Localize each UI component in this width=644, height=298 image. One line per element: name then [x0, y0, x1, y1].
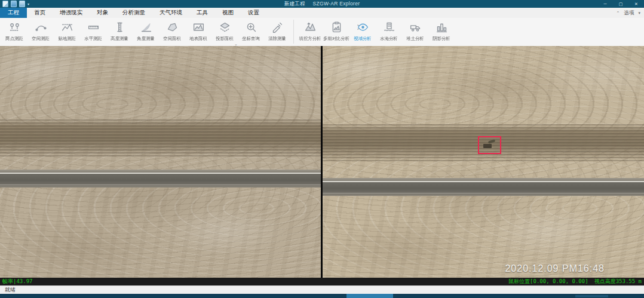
height-measure-icon	[114, 20, 126, 33]
horizontal-distance-icon	[87, 20, 100, 33]
toolbar-item-label: 坐标查询	[242, 35, 259, 41]
terrain-distance-icon	[61, 20, 73, 33]
toolbar-item-label: 水淹分析	[380, 35, 397, 41]
shadow-analysis-icon	[436, 20, 448, 33]
compare-panel-earlier[interactable]	[0, 46, 321, 278]
window-controls: ─ ▢ ✕	[597, 0, 644, 8]
toolbar-item-angle-measure[interactable]: 角度测量	[133, 18, 159, 42]
two-point-distance-icon	[8, 20, 21, 33]
toolbar-item-cut-fill-analysis[interactable]: 填挖方分析	[297, 18, 323, 42]
clear-measure-icon	[271, 20, 284, 33]
toolbar-item-earthwork-analysis[interactable]: 堆土分析	[402, 18, 428, 42]
change-detection-annotation-box	[478, 136, 501, 154]
maximize-button[interactable]: ▢	[613, 0, 628, 8]
aerial-image-earlier	[0, 46, 321, 278]
fps-readout: 帧率|43.97	[2, 278, 33, 285]
menu-item-analysis-measure[interactable]: 分析测量	[115, 8, 152, 18]
flood-analysis-icon	[383, 20, 395, 33]
spatial-distance-icon	[35, 20, 47, 33]
toolbar-item-label: 投影面积	[216, 35, 233, 41]
toolbar-item-label: 高度测量	[111, 35, 128, 41]
menu-item-objects[interactable]: 对象	[90, 8, 115, 18]
os-taskbar-edge[interactable]	[0, 294, 644, 298]
road	[0, 170, 321, 188]
toolbar-item-label: 填挖方分析	[299, 35, 321, 41]
project-title: 新建工程	[284, 1, 305, 7]
earthwork-analysis-icon	[409, 20, 422, 33]
toolbar-item-label: 空间测距	[32, 35, 49, 41]
options-dropdown-icon[interactable]: ▾	[638, 11, 640, 16]
view-height-readout: 视点高度353.55 m	[594, 278, 642, 285]
close-button[interactable]: ✕	[628, 0, 644, 8]
toolbar-item-label: 堆土分析	[406, 35, 424, 41]
toolbar-item-label: 角度测量	[137, 35, 154, 41]
toolbar-item-height-measure[interactable]: 高度测量	[106, 18, 133, 42]
angle-measure-icon	[140, 20, 152, 33]
ribbon-toolbar: 两点测距 空间测距 贴地测距 水平测距 高度测量 角度测量	[0, 18, 644, 47]
minimize-button[interactable]: ─	[597, 0, 613, 8]
menu-item-weather-env[interactable]: 天气环境	[152, 8, 189, 18]
toolbar-item-label: 多期对比分析	[323, 35, 349, 41]
toolbar-item-terrain-distance[interactable]: 贴地测距	[54, 18, 80, 42]
toolbar-item-label: 视域分析	[354, 35, 371, 41]
mouse-position-readout: 鼠标位置[0.00, 0.00, 0.00]	[508, 278, 588, 285]
multi-period-compare-icon	[330, 20, 343, 33]
toolbar-item-projected-area[interactable]: 投影面积	[211, 18, 238, 42]
menu-item-tools[interactable]: 工具	[189, 8, 215, 18]
menu-item-project[interactable]: 工程	[0, 8, 27, 18]
toolbar-item-horizontal-distance[interactable]: 水平测距	[80, 18, 106, 42]
toolbar-item-surface-area[interactable]: 地表面积	[185, 18, 211, 42]
ready-status-text: 就绪	[5, 286, 16, 294]
toolbar-item-label: 两点测距	[5, 35, 23, 41]
menu-item-home[interactable]: 首页	[27, 8, 53, 18]
collapse-ribbon-icon[interactable]: ⌃	[617, 11, 620, 16]
toolbar-item-label: 地表面积	[189, 35, 207, 41]
taskbar-tray[interactable]	[575, 295, 608, 297]
spatial-area-icon	[166, 20, 179, 33]
menu-bar: 工程 首页 增强现实 对象 分析测量 天气环境 工具 视图 设置 ⌃ 选项 ▾	[0, 8, 644, 19]
toolbar-item-label: 贴地测距	[58, 35, 75, 41]
toolbar-item-spatial-area[interactable]: 空间面积	[159, 18, 185, 42]
toolbar-item-shadow-analysis[interactable]: 阴影分析	[428, 18, 455, 42]
surface-area-icon	[192, 20, 205, 33]
toolbar-item-label: 阴影分析	[433, 35, 450, 41]
toolbar-item-viewshed-analysis[interactable]: 视域分析	[349, 18, 376, 42]
quick-access-toolbar: ▾	[0, 1, 29, 7]
save-project-icon[interactable]	[19, 1, 25, 7]
status-bar: 就绪	[0, 285, 644, 294]
title-bar: ▾ 新建工程 SZGW-AR Explorer ─ ▢ ✕	[0, 0, 644, 8]
aerial-image-later: 2020.12.09 PM16:48	[323, 46, 644, 278]
road	[323, 178, 644, 196]
toolbar-item-multi-period-compare[interactable]: 多期对比分析	[323, 18, 349, 42]
options-button[interactable]: 选项	[624, 10, 634, 17]
app-title: SZGW-AR Explorer	[313, 1, 360, 7]
quick-access-dropdown-icon[interactable]: ▾	[27, 2, 29, 6]
application-window: ▾ 新建工程 SZGW-AR Explorer ─ ▢ ✕ 工程 首页 增强现实…	[0, 0, 644, 298]
cut-fill-analysis-icon	[304, 20, 317, 33]
disturbed-ground-band	[0, 119, 321, 156]
toolbar-item-clear-measure[interactable]: 清除测量	[264, 18, 290, 42]
window-title: 新建工程 SZGW-AR Explorer	[0, 1, 644, 8]
map-viewer: 2020.12.09 PM16:48	[0, 46, 644, 278]
menu-item-settings[interactable]: 设置	[241, 8, 266, 18]
open-project-icon[interactable]	[11, 1, 17, 7]
menu-item-ar[interactable]: 增强现实	[53, 8, 90, 18]
projected-area-icon	[219, 20, 231, 33]
toolbar-item-label: 水平测距	[84, 35, 102, 41]
coordinate-query-icon	[245, 20, 257, 33]
toolbar-item-coordinate-query[interactable]: 坐标查询	[238, 18, 264, 42]
compare-panel-later[interactable]: 2020.12.09 PM16:48	[323, 46, 644, 278]
toolbar-item-label: 空间面积	[163, 35, 180, 41]
viewshed-analysis-icon	[357, 20, 369, 33]
toolbar-item-flood-analysis[interactable]: 水淹分析	[376, 18, 402, 42]
toolbar-item-spatial-distance[interactable]: 空间测距	[27, 18, 54, 42]
toolbar-group-divider	[293, 20, 294, 44]
new-project-icon[interactable]	[2, 1, 8, 7]
toolbar-item-two-point-distance[interactable]: 两点测距	[1, 18, 27, 42]
toolbar-item-label: 清除测量	[268, 35, 286, 41]
viewport-status-strip: 帧率|43.97 鼠标位置[0.00, 0.00, 0.00] 视点高度353.…	[0, 278, 644, 285]
image-timestamp: 2020.12.09 PM16:48	[505, 263, 605, 274]
menu-item-view[interactable]: 视图	[215, 8, 241, 18]
taskbar-active-app[interactable]	[346, 294, 393, 298]
